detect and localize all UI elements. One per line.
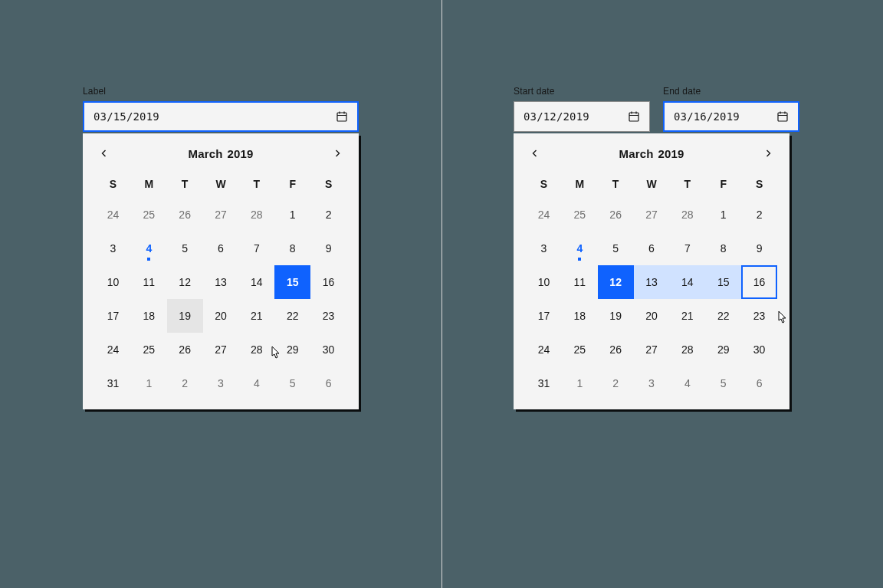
- calendar-day[interactable]: 5: [598, 232, 634, 265]
- calendar-day[interactable]: 7: [669, 232, 705, 265]
- calendar-day[interactable]: 20: [203, 299, 239, 333]
- calendar-day[interactable]: 3: [203, 366, 239, 400]
- calendar-day[interactable]: 31: [95, 366, 131, 400]
- calendar-day[interactable]: 6: [310, 366, 346, 400]
- calendar-day[interactable]: 28: [669, 198, 705, 232]
- calendar-day[interactable]: 25: [562, 198, 598, 232]
- calendar-day[interactable]: 21: [238, 299, 274, 333]
- calendar-day[interactable]: 4: [238, 366, 274, 400]
- calendar-day[interactable]: 25: [131, 198, 167, 232]
- calendar-day[interactable]: 12: [598, 265, 634, 299]
- svg-rect-0: [337, 113, 346, 121]
- calendar-day[interactable]: 22: [274, 299, 310, 333]
- calendar-week-row: 3456789: [518, 232, 785, 265]
- calendar-day[interactable]: 1: [131, 366, 167, 400]
- calendar-day[interactable]: 13: [634, 265, 670, 299]
- day-of-week: T: [598, 170, 634, 198]
- calendar-day[interactable]: 24: [95, 333, 131, 366]
- calendar-day[interactable]: 9: [310, 232, 346, 265]
- calendar-day[interactable]: 28: [238, 198, 274, 232]
- calendar-day[interactable]: 14: [238, 265, 274, 299]
- calendar-day[interactable]: 3: [95, 232, 131, 265]
- calendar-day[interactable]: 19: [598, 299, 634, 333]
- calendar-day[interactable]: 21: [669, 299, 705, 333]
- day-of-week: W: [203, 170, 239, 198]
- calendar-day[interactable]: 17: [526, 299, 562, 333]
- calendar-day[interactable]: 15: [705, 265, 741, 299]
- calendar-day[interactable]: 1: [274, 198, 310, 232]
- calendar-day[interactable]: 2: [598, 366, 634, 400]
- calendar-day[interactable]: 7: [238, 232, 274, 265]
- calendar-day[interactable]: 23: [310, 299, 346, 333]
- calendar-day[interactable]: 2: [167, 366, 203, 400]
- calendar-day[interactable]: 4: [669, 366, 705, 400]
- calendar-day[interactable]: 10: [526, 265, 562, 299]
- calendar-day[interactable]: 27: [203, 198, 239, 232]
- calendar-day[interactable]: 6: [741, 366, 777, 400]
- calendar-day[interactable]: 11: [562, 265, 598, 299]
- calendar-day[interactable]: 23: [741, 299, 777, 333]
- calendar-day[interactable]: 6: [203, 232, 239, 265]
- calendar-day[interactable]: 10: [95, 265, 131, 299]
- calendar-day[interactable]: 30: [741, 333, 777, 366]
- calendar-day[interactable]: 28: [669, 333, 705, 366]
- calendar-day[interactable]: 16: [310, 265, 346, 299]
- prev-month-button[interactable]: [524, 143, 546, 164]
- calendar-day[interactable]: 26: [167, 333, 203, 366]
- next-month-button[interactable]: [327, 143, 348, 164]
- calendar-day[interactable]: 26: [167, 198, 203, 232]
- calendar-day[interactable]: 2: [741, 198, 777, 232]
- calendar-day[interactable]: 5: [705, 366, 741, 400]
- calendar-day[interactable]: 24: [95, 198, 131, 232]
- calendar-day[interactable]: 27: [203, 333, 239, 366]
- calendar-day[interactable]: 14: [669, 265, 705, 299]
- date-input[interactable]: 03/15/2019: [83, 101, 359, 132]
- calendar-day[interactable]: 8: [274, 232, 310, 265]
- calendar-day[interactable]: 18: [562, 299, 598, 333]
- calendar-day[interactable]: 6: [634, 232, 670, 265]
- calendar-day[interactable]: 28: [238, 333, 274, 366]
- calendar-day[interactable]: 17: [95, 299, 131, 333]
- calendar-day[interactable]: 26: [598, 333, 634, 366]
- calendar-day[interactable]: 11: [131, 265, 167, 299]
- calendar-day[interactable]: 16: [741, 265, 777, 299]
- calendar-day[interactable]: 20: [634, 299, 670, 333]
- calendar-day[interactable]: 29: [274, 333, 310, 366]
- calendar-day[interactable]: 12: [167, 265, 203, 299]
- calendar-day[interactable]: 9: [741, 232, 777, 265]
- prev-month-button[interactable]: [94, 143, 115, 164]
- calendar-day[interactable]: 1: [562, 366, 598, 400]
- calendar-day[interactable]: 25: [562, 333, 598, 366]
- next-month-button[interactable]: [757, 143, 779, 164]
- start-date-input[interactable]: 03/12/2019: [514, 101, 650, 132]
- calendar-day[interactable]: 26: [598, 198, 634, 232]
- calendar-day[interactable]: 13: [203, 265, 239, 299]
- calendar-month-year: March2019: [189, 147, 254, 160]
- calendar-day[interactable]: 27: [634, 333, 670, 366]
- calendar-day[interactable]: 4: [562, 232, 598, 265]
- calendar-day[interactable]: 25: [131, 333, 167, 366]
- calendar-day[interactable]: 30: [310, 333, 346, 366]
- calendar-day[interactable]: 5: [274, 366, 310, 400]
- calendar-day[interactable]: 18: [131, 299, 167, 333]
- calendar-day[interactable]: 19: [167, 299, 203, 333]
- calendar-day[interactable]: 24: [526, 198, 562, 232]
- calendar-day[interactable]: 4: [131, 232, 167, 265]
- calendar-day[interactable]: 8: [705, 232, 741, 265]
- calendar-day[interactable]: 3: [634, 366, 670, 400]
- calendar-day[interactable]: 27: [634, 198, 670, 232]
- day-of-week: M: [131, 170, 167, 198]
- calendar-day[interactable]: 24: [526, 333, 562, 366]
- calendar-day[interactable]: 5: [167, 232, 203, 265]
- end-date-input[interactable]: 03/16/2019: [663, 101, 799, 132]
- calendar-day[interactable]: 3: [526, 232, 562, 265]
- calendar-day[interactable]: 2: [310, 198, 346, 232]
- calendar-day[interactable]: 22: [705, 299, 741, 333]
- day-of-week: F: [705, 170, 741, 198]
- calendar-day[interactable]: 29: [705, 333, 741, 366]
- calendar-day[interactable]: 31: [526, 366, 562, 400]
- calendar-week-row: 31123456: [87, 366, 354, 400]
- calendar-day[interactable]: 1: [705, 198, 741, 232]
- calendar-day[interactable]: 15: [274, 265, 310, 299]
- day-of-week: S: [741, 170, 777, 198]
